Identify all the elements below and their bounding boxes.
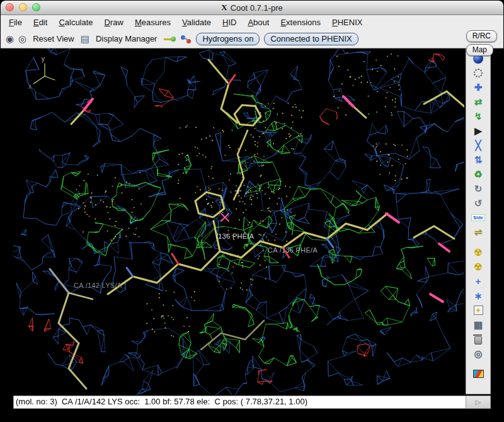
add-terminal-residue-icon[interactable]: +: [468, 274, 488, 288]
window-title-text: Coot 0.7.1-pre: [231, 3, 283, 13]
menu-hid[interactable]: HID: [217, 16, 242, 29]
zoom-button[interactable]: [32, 3, 40, 11]
side-chain-icon[interactable]: Side: [468, 210, 488, 225]
expander-icon: ▷: [476, 398, 481, 406]
minimize-button[interactable]: [19, 3, 27, 11]
menu-edit[interactable]: Edit: [28, 16, 53, 29]
clock-recent-icon[interactable]: [468, 66, 488, 80]
menu-extensions[interactable]: Extensions: [275, 16, 326, 29]
torsion-general-icon[interactable]: ⇌: [468, 225, 488, 239]
menu-about[interactable]: About: [242, 16, 275, 29]
map-button[interactable]: Map: [466, 44, 493, 56]
place-atom-icon[interactable]: +: [468, 303, 488, 317]
menu-bar: FileEditCalculateDrawMeasuresValidateHID…: [1, 15, 503, 30]
traffic-lights: [6, 3, 40, 11]
x11-icon: X: [221, 3, 227, 13]
main-area: /136 PHE/ACA /136 PHE/ACA /142 LYS/A ✚⇄↯…: [1, 48, 503, 421]
menu-draw[interactable]: Draw: [99, 16, 129, 29]
display-manager-icon[interactable]: ▤: [81, 34, 89, 43]
status-text: (mol. no: 3) CA /1/A/142 LYS occ: 1.00 b…: [16, 397, 307, 406]
rrc-button[interactable]: R/RC: [466, 30, 497, 42]
color-map-icon-glyph: [473, 370, 484, 378]
molecular-canvas[interactable]: [13, 48, 464, 395]
menu-validate[interactable]: Validate: [176, 16, 217, 29]
regularize-icon[interactable]: ↯: [468, 109, 488, 123]
ligand-icon[interactable]: [180, 35, 192, 43]
menu-calculate[interactable]: Calculate: [53, 16, 98, 29]
simple-mutate-icon[interactable]: ☢: [468, 259, 488, 274]
orbit-icon[interactable]: ◎: [18, 34, 26, 43]
phenix-connection-button[interactable]: Connected to PHENIX: [264, 33, 358, 45]
undo-icon[interactable]: ◎: [468, 346, 488, 361]
mutate-icon[interactable]: ☢: [468, 245, 488, 259]
status-expander[interactable]: ▷: [466, 396, 491, 409]
title-bar[interactable]: X Coot 0.7.1-pre: [1, 1, 503, 15]
rotate-translate-icon[interactable]: ↻: [468, 181, 488, 196]
right-toolbar: ✚⇄↯▶╳⇅♻↻↺Side⇌☢☢+∗+▦◎: [466, 48, 491, 394]
menu-phenix[interactable]: PHENIX: [326, 16, 368, 29]
chi-angles-icon[interactable]: ╳: [468, 138, 488, 152]
auto-fit-rotamer-icon[interactable]: ♻: [468, 167, 488, 181]
real-space-refine-icon[interactable]: ⇄: [468, 94, 488, 109]
delete-icon-glyph: [474, 336, 482, 345]
main-toolbar: ◉ ◎ Reset View ▤ Display Manager Hydroge…: [1, 30, 503, 48]
grid-icon[interactable]: ▦: [468, 317, 488, 332]
add-alt-conf-icon[interactable]: ∗: [468, 288, 488, 303]
delete-icon[interactable]: [468, 332, 488, 346]
hydrogens-toggle-button[interactable]: Hydrogens on: [196, 33, 260, 45]
reset-view-button[interactable]: Reset View: [31, 33, 76, 45]
menu-file[interactable]: File: [3, 16, 28, 29]
status-bar: (mol. no: 3) CA /1/A/142 LYS occ: 1.00 b…: [13, 396, 466, 409]
close-button[interactable]: [6, 3, 14, 11]
target-icon[interactable]: ◉: [6, 34, 14, 43]
coot-window: X Coot 0.7.1-pre FileEditCalculateDrawMe…: [1, 1, 503, 421]
place-atom-icon-glyph: +: [474, 305, 483, 315]
play-icon[interactable]: ▶: [468, 123, 488, 138]
rotamer-icon[interactable]: ↺: [468, 196, 488, 210]
display-manager-button[interactable]: Display Manager: [94, 33, 159, 45]
window-title: X Coot 0.7.1-pre: [221, 3, 283, 13]
go-to-atom-icon[interactable]: [163, 35, 176, 43]
flip-peptide-icon[interactable]: ⇅: [468, 152, 488, 167]
clock-recent-icon-glyph: [474, 69, 483, 77]
menu-measures[interactable]: Measures: [129, 16, 176, 29]
move-molecule-icon[interactable]: ✚: [468, 80, 488, 94]
color-map-icon[interactable]: [468, 367, 488, 381]
side-chain-icon-glyph: Side: [471, 214, 485, 222]
